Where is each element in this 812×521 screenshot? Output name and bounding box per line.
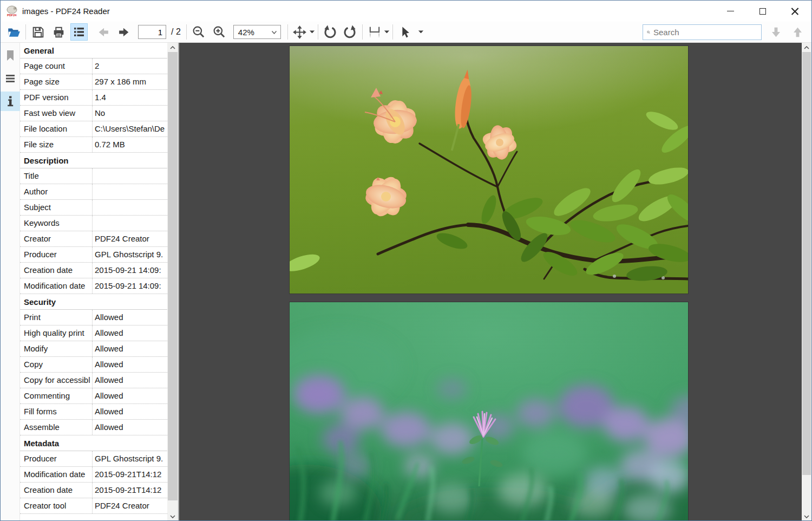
property-value: [93, 184, 167, 199]
pan-tool-button[interactable]: [291, 23, 309, 41]
property-label: High quality print: [20, 325, 93, 341]
page-list-toggle-button[interactable]: [70, 23, 88, 41]
rotate-left-icon: [323, 25, 337, 40]
property-value: 2015-09-21T14:12: [93, 467, 167, 482]
property-label: Print: [20, 310, 93, 325]
open-file-button[interactable]: [5, 23, 22, 41]
measure-tool-button[interactable]: [366, 23, 383, 41]
rotate-right-button[interactable]: [342, 23, 359, 41]
title-bar: PDF24 images - PDF24 Reader: [1, 1, 811, 22]
property-label: Creation date: [20, 263, 93, 278]
property-row: Title: [20, 168, 167, 184]
find-previous-button[interactable]: [789, 23, 806, 41]
chevron-up-icon: [804, 46, 809, 49]
property-value: 1.4: [93, 90, 167, 105]
page-number-input[interactable]: [138, 25, 166, 39]
scroll-down-button[interactable]: [167, 512, 178, 521]
find-next-button[interactable]: [767, 23, 784, 41]
document-scrollbar[interactable]: [802, 43, 811, 521]
chevron-down-icon: [804, 515, 809, 518]
property-label: Producer: [20, 451, 93, 466]
property-label: Copy: [20, 357, 93, 372]
tab-pages[interactable]: [1, 69, 20, 88]
chevron-down-icon: [272, 31, 277, 34]
property-label: Assemble: [20, 420, 93, 435]
property-row: Copy for accessiblAllowed: [20, 373, 167, 388]
property-value: Allowed: [93, 357, 167, 372]
tab-info[interactable]: [1, 92, 20, 111]
open-file-icon: [6, 25, 21, 39]
property-row: CreatorPDF24 Creator: [20, 231, 167, 247]
close-button[interactable]: [778, 1, 810, 22]
pan-tool-icon: [293, 25, 306, 39]
property-row: High quality printAllowed: [20, 325, 167, 341]
window-controls: [715, 1, 810, 22]
info-tab-icon: [6, 96, 15, 107]
close-icon: [791, 8, 798, 15]
zoom-level-combobox[interactable]: 42%: [233, 25, 281, 39]
minimize-icon: [727, 11, 734, 11]
property-label: File size: [20, 137, 93, 152]
property-value: [93, 216, 167, 231]
property-label: PDF version: [20, 90, 93, 105]
select-tool-dropdown-icon[interactable]: [418, 30, 423, 34]
property-value: Allowed: [93, 373, 167, 388]
property-row: Modification date2015-09-21T14:12: [20, 467, 167, 483]
find-previous-icon: [791, 25, 804, 39]
property-label: Page size: [20, 74, 93, 89]
property-label: Copy for accessibl: [20, 373, 93, 388]
search-input[interactable]: [653, 25, 761, 38]
section-header: General: [20, 43, 167, 58]
next-page-button[interactable]: [115, 23, 133, 41]
scrollbar-thumb[interactable]: [802, 52, 811, 475]
save-button[interactable]: [29, 23, 47, 41]
pan-tool-dropdown-icon[interactable]: [310, 30, 315, 34]
tab-bookmarks[interactable]: [1, 46, 20, 66]
zoom-out-icon: [192, 25, 206, 39]
property-row: File locationC:\Users\Stefan\De: [20, 121, 167, 137]
property-label: Fill forms: [20, 404, 93, 419]
next-page-icon: [117, 25, 131, 39]
property-row: PDF version1.4: [20, 90, 167, 106]
save-icon: [31, 25, 45, 39]
property-value: Allowed: [93, 404, 167, 419]
measure-tool-dropdown-icon[interactable]: [384, 30, 389, 34]
previous-page-button[interactable]: [94, 23, 112, 41]
property-label: Creator: [20, 231, 93, 246]
scrollbar-thumb[interactable]: [168, 52, 178, 500]
property-value: Allowed: [93, 310, 167, 325]
property-value: 0.72 MB: [93, 137, 167, 152]
pages-tab-icon: [5, 74, 15, 83]
property-row: File size0.72 MB: [20, 137, 167, 153]
property-row: Creator toolPDF24 Creator: [20, 498, 167, 514]
toolbar-separator: [318, 24, 318, 40]
property-row: ProducerGPL Ghostscript 9.: [20, 247, 167, 263]
zoom-out-button[interactable]: [190, 23, 207, 41]
section-header: Description: [20, 153, 167, 168]
maximize-button[interactable]: [746, 1, 778, 22]
scroll-up-button[interactable]: [167, 43, 178, 52]
page-2: [290, 302, 688, 521]
document-view[interactable]: [179, 43, 802, 521]
svg-text:PDF24: PDF24: [7, 14, 17, 17]
zoom-in-button[interactable]: [211, 23, 228, 41]
select-tool-button[interactable]: [396, 23, 414, 41]
print-icon: [52, 25, 66, 39]
property-row: Creation date2015-09-21 14:09:: [20, 263, 167, 278]
info-panel: GeneralPage count2Page size297 x 186 mmP…: [20, 43, 167, 521]
property-label: Modification date: [20, 467, 93, 482]
property-value: C:\Users\Stefan\De: [93, 121, 167, 136]
property-label: Subject: [20, 200, 93, 215]
property-label: Page count: [20, 58, 93, 74]
property-value: GPL Ghostscript 9.: [93, 247, 167, 262]
scroll-down-button[interactable]: [802, 512, 811, 521]
property-value: GPL Ghostscript 9.: [93, 451, 167, 466]
info-panel-scrollbar[interactable]: [167, 43, 178, 521]
property-label: Fast web view: [20, 106, 93, 121]
print-button[interactable]: [50, 23, 67, 41]
scroll-up-button[interactable]: [802, 43, 811, 52]
rotate-left-button[interactable]: [322, 23, 339, 41]
property-row: Page count2: [20, 58, 167, 74]
property-label: Modify: [20, 341, 93, 356]
minimize-button[interactable]: [715, 1, 746, 22]
